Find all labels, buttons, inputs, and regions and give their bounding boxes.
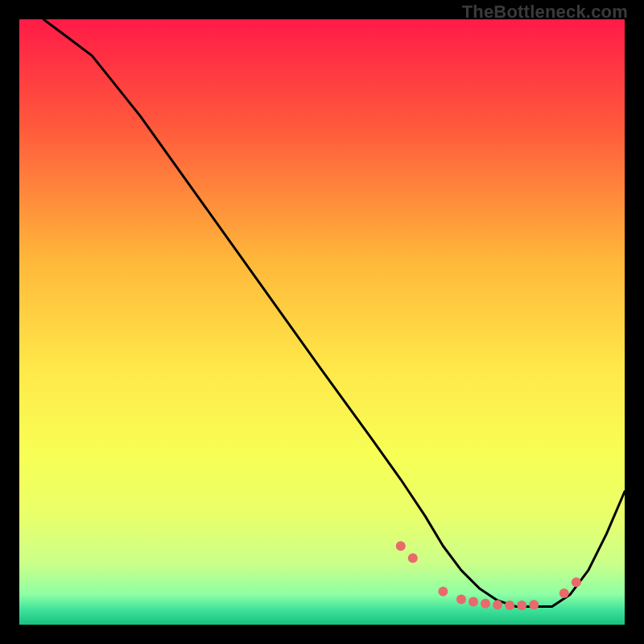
marker-dot bbox=[517, 601, 526, 610]
chart-svg bbox=[19, 19, 625, 625]
marker-dot bbox=[481, 599, 490, 609]
chart-frame: TheBottleneck.com bbox=[0, 0, 644, 644]
plot-area bbox=[19, 19, 625, 625]
marker-dot bbox=[456, 594, 466, 604]
marker-dot bbox=[438, 587, 448, 597]
marker-dot bbox=[396, 541, 406, 551]
gradient-background bbox=[19, 19, 625, 625]
marker-dot bbox=[493, 600, 502, 609]
marker-dot bbox=[572, 577, 581, 587]
marker-dot bbox=[408, 553, 418, 563]
marker-dot bbox=[469, 597, 478, 606]
marker-dot bbox=[559, 588, 569, 598]
marker-dot bbox=[529, 600, 539, 609]
marker-dot bbox=[505, 601, 514, 610]
